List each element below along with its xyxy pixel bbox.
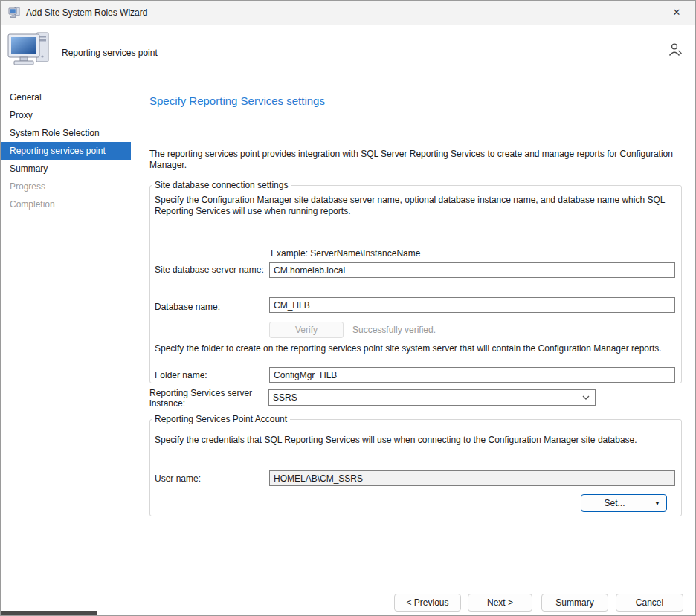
intro-text: The reporting services point provides in… xyxy=(149,149,683,171)
reporting-instance-select[interactable]: SSRS xyxy=(268,389,596,406)
background-window-edge xyxy=(1,611,97,615)
username-input[interactable] xyxy=(269,470,675,486)
window-title: Add Site System Roles Wizard xyxy=(26,7,147,18)
next-button[interactable]: Next > xyxy=(468,594,532,612)
sidebar-item-system-role-selection[interactable]: System Role Selection xyxy=(1,124,131,142)
summary-button[interactable]: Summary xyxy=(541,594,608,612)
folder-note: Specify the folder to create on the repo… xyxy=(155,343,677,354)
verify-status-text: Successfully verified. xyxy=(352,325,436,335)
sidebar: General Proxy System Role Selection Repo… xyxy=(1,78,131,615)
username-label: User name: xyxy=(155,473,266,484)
set-button-dropdown-arrow[interactable]: ▼ xyxy=(648,500,666,507)
example-label: Example: ServerName\InstanceName xyxy=(271,248,420,259)
sidebar-item-progress: Progress xyxy=(1,178,131,195)
instance-label: Reporting Services server instance: xyxy=(149,388,261,409)
header-title: Reporting services point xyxy=(62,48,158,58)
computer-icon xyxy=(7,30,53,75)
role-person-icon xyxy=(667,42,683,60)
title-bar: Add Site System Roles Wizard ✕ xyxy=(1,1,695,25)
db-connection-group: Site database connection settings Specif… xyxy=(149,180,682,383)
sidebar-item-general[interactable]: General xyxy=(1,88,131,106)
sidebar-item-reporting-services-point[interactable]: Reporting services point xyxy=(1,142,131,160)
server-name-label: Site database server name: xyxy=(155,265,266,275)
chevron-down-icon xyxy=(582,395,590,400)
previous-button[interactable]: < Previous xyxy=(394,594,461,612)
reporting-instance-value: SSRS xyxy=(273,392,297,403)
cancel-button[interactable]: Cancel xyxy=(616,594,683,612)
page-title: Specify Reporting Services settings xyxy=(149,94,325,107)
wizard-window: Add Site System Roles Wizard ✕ xyxy=(0,0,696,616)
sidebar-item-proxy[interactable]: Proxy xyxy=(1,106,131,124)
db-group-legend: Site database connection settings xyxy=(152,180,291,190)
wizard-header: Reporting services point xyxy=(1,25,695,77)
set-account-button[interactable]: Set... ▼ xyxy=(581,494,667,512)
database-name-label: Database name: xyxy=(155,302,266,312)
account-group-legend: Reporting Services Point Account xyxy=(152,414,290,424)
set-button-label: Set... xyxy=(581,498,648,508)
close-icon[interactable]: ✕ xyxy=(666,2,688,23)
sidebar-item-summary[interactable]: Summary xyxy=(1,160,131,178)
database-name-input[interactable] xyxy=(269,297,675,313)
sidebar-item-completion: Completion xyxy=(1,195,131,213)
db-group-description: Specify the Configuration Manager site d… xyxy=(155,195,677,217)
server-name-input[interactable] xyxy=(269,262,675,278)
folder-name-input[interactable] xyxy=(269,367,675,383)
folder-name-label: Folder name: xyxy=(155,370,266,380)
verify-button: Verify xyxy=(269,322,344,338)
account-group: Reporting Services Point Account Specify… xyxy=(149,414,682,516)
wizard-icon xyxy=(8,7,20,19)
account-group-description: Specify the credentials that SQL Reporti… xyxy=(155,435,677,446)
